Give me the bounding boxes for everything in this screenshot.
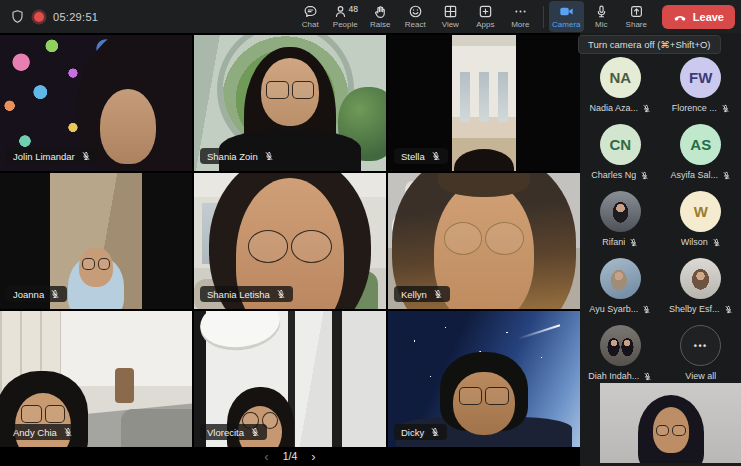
participant-cell-asyifa[interactable]: AS Asyifa Sal... <box>662 124 740 180</box>
mic-muted-icon <box>642 305 651 314</box>
participant-cell-shelby[interactable]: Shelby Esf... <box>662 258 740 314</box>
video-tile-shania-letisha[interactable]: Shania Letisha <box>194 173 386 309</box>
mic-muted-icon <box>81 151 91 161</box>
leave-label: Leave <box>693 11 724 23</box>
more-button[interactable]: More <box>503 1 538 32</box>
video-stage: Jolin Limandar Shania Zoin <box>0 33 580 466</box>
participant-cell-charles[interactable]: CN Charles Ng <box>581 124 659 180</box>
apps-icon <box>478 4 493 19</box>
meeting-timer: 05:29:51 <box>53 11 98 23</box>
participant-cell-wilson[interactable]: W Wilson <box>662 191 740 247</box>
people-label: People <box>333 20 358 29</box>
camera-button[interactable]: Camera <box>549 1 584 32</box>
name-chip: Shania Letisha <box>200 286 293 302</box>
video-tile-vlorecita[interactable]: Vlorecita <box>194 311 386 447</box>
people-button[interactable]: 48 People <box>328 1 363 32</box>
prev-page-button[interactable]: ‹ <box>264 450 268 463</box>
mic-muted-icon <box>63 427 73 437</box>
mic-muted-icon <box>433 289 443 299</box>
participant-name: Vlorecita <box>207 427 244 438</box>
view-button[interactable]: View <box>433 1 468 32</box>
self-video-feed <box>600 383 741 463</box>
participant-count-badge: 48 <box>349 5 358 13</box>
shield-icon <box>10 9 25 24</box>
avatar-initials: NA <box>609 69 631 86</box>
mic-label: Mic <box>595 20 607 29</box>
name-chip: Shania Zoin <box>200 148 281 164</box>
raise-label: Raise <box>370 20 390 29</box>
recording-indicator <box>34 12 44 22</box>
share-button[interactable]: Share <box>619 1 654 32</box>
avatar: W <box>680 191 721 232</box>
camera-label: Camera <box>552 20 580 29</box>
participant-name: Asyifa Sal... <box>670 170 718 180</box>
video-tile-joanna[interactable]: Joanna <box>0 173 192 309</box>
video-grid: Jolin Limandar Shania Zoin <box>0 35 580 447</box>
participant-cell-florence[interactable]: FW Florence ... <box>662 57 740 113</box>
participant-cell-rifani[interactable]: Rifani <box>581 191 659 247</box>
participant-name: Shania Letisha <box>207 289 270 300</box>
video-tile-andy-chia[interactable]: Andy Chia <box>0 311 192 447</box>
raise-hand-button[interactable]: Raise <box>363 1 398 32</box>
avatar: CN <box>600 124 641 165</box>
mic-muted-icon <box>431 151 441 161</box>
participant-name: Dicky <box>401 427 424 438</box>
participant-cell-nadia[interactable]: NA Nadia Aza... <box>581 57 659 113</box>
self-view-tile[interactable] <box>600 383 741 463</box>
avatar-photo <box>600 258 641 299</box>
toolbar-buttons: Chat 48 People Raise React View <box>293 1 735 32</box>
chat-button[interactable]: Chat <box>293 1 328 32</box>
participant-name: Andy Chia <box>13 427 57 438</box>
participant-name: Ayu Syarb... <box>589 304 638 314</box>
avatar: FW <box>680 57 721 98</box>
chat-label: Chat <box>302 20 319 29</box>
view-all-button[interactable]: ••• View all <box>662 325 740 381</box>
mic-muted-icon <box>722 171 731 180</box>
ellipsis-icon: ••• <box>680 325 721 366</box>
mic-muted-icon <box>724 305 733 314</box>
react-label: React <box>405 20 426 29</box>
participant-name: Shelby Esf... <box>669 304 720 314</box>
more-label: More <box>511 20 529 29</box>
video-tile-stella[interactable]: Stella <box>388 35 580 171</box>
react-button[interactable]: React <box>398 1 433 32</box>
participant-cell-ayu[interactable]: Ayu Syarb... <box>581 258 659 314</box>
participant-name: Stella <box>401 151 425 162</box>
avatar-initials: AS <box>690 136 711 153</box>
name-chip: Joanna <box>6 286 67 302</box>
avatar-photo <box>600 191 641 232</box>
avatar-initials: W <box>694 203 708 220</box>
mic-muted-icon <box>430 427 440 437</box>
mic-button[interactable]: Mic <box>584 1 619 32</box>
share-label: Share <box>626 20 647 29</box>
top-toolbar: 05:29:51 Chat 48 People Raise React <box>0 0 741 33</box>
apps-button[interactable]: Apps <box>468 1 503 32</box>
avatar: AS <box>680 124 721 165</box>
avatar: NA <box>600 57 641 98</box>
name-chip: Andy Chia <box>6 424 80 440</box>
participant-cell-diah[interactable]: Diah Indah... <box>581 325 659 381</box>
raise-hand-icon <box>373 4 388 19</box>
participant-name: Nadia Aza... <box>589 103 638 113</box>
video-tile-kellyn[interactable]: Kellyn <box>388 173 580 309</box>
chat-icon <box>303 4 318 19</box>
ellipsis-icon <box>513 4 528 19</box>
name-chip: Vlorecita <box>200 424 267 440</box>
video-tile-dicky[interactable]: Dicky <box>388 311 580 447</box>
people-icon <box>333 4 348 19</box>
mic-muted-icon <box>642 104 651 113</box>
participant-name: Kellyn <box>401 289 427 300</box>
participant-name: Wilson <box>681 237 708 247</box>
mic-muted-icon <box>264 151 274 161</box>
next-page-button[interactable]: › <box>311 450 315 463</box>
mic-muted-icon <box>50 289 60 299</box>
leave-button[interactable]: Leave <box>662 5 735 29</box>
camera-icon <box>559 4 574 19</box>
participant-name: Joanna <box>13 289 44 300</box>
participant-name: Shania Zoin <box>207 151 258 162</box>
video-tile-shania-zoin[interactable]: Shania Zoin <box>194 35 386 171</box>
video-tile-jolin[interactable]: Jolin Limandar <box>0 35 192 171</box>
apps-label: Apps <box>476 20 494 29</box>
participant-name: Charles Ng <box>591 170 636 180</box>
meeting-status-group: 05:29:51 <box>10 0 98 33</box>
